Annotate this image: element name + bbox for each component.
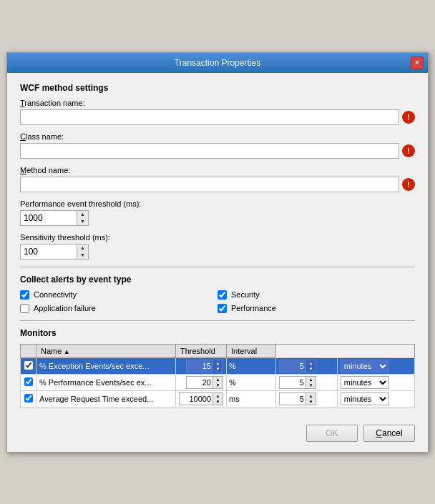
row1-interval-unit-cell: minutes seconds hours xyxy=(337,357,414,374)
row3-checkbox[interactable] xyxy=(24,394,33,402)
row2-threshold-spinner-btns: ▲ ▼ xyxy=(213,376,223,389)
close-button[interactable]: × xyxy=(411,56,424,69)
method-name-label: Method name: xyxy=(20,166,415,174)
sensitivity-down-btn[interactable]: ▼ xyxy=(77,252,88,259)
row3-threshold-up-btn[interactable]: ▲ xyxy=(213,393,223,399)
row2-interval-spinner-btns: ▲ ▼ xyxy=(306,376,316,389)
row3-interval-input[interactable] xyxy=(279,392,306,405)
window-title: Transaction Properties xyxy=(24,58,411,68)
th-interval: Interval xyxy=(227,344,276,357)
connectivity-checkbox-item: Connectivity xyxy=(20,290,218,300)
row2-interval-input[interactable] xyxy=(279,376,306,389)
divider-2 xyxy=(20,320,415,321)
row1-threshold-cell: ▲ ▼ xyxy=(176,357,227,374)
row1-threshold-up-btn[interactable]: ▲ xyxy=(213,360,223,366)
main-content: WCF method settings Transaction name: ! … xyxy=(7,73,428,417)
row1-interval-select[interactable]: minutes seconds hours xyxy=(341,360,389,372)
sensitivity-up-btn[interactable]: ▲ xyxy=(77,244,88,252)
transaction-name-row: ! xyxy=(20,109,415,125)
sensitivity-spinner: ▲ ▼ xyxy=(20,244,415,260)
perf-threshold-spinner: ▲ ▼ xyxy=(20,210,415,226)
row2-threshold-cell: ▲ ▼ xyxy=(176,374,227,390)
class-name-label: Class name: xyxy=(20,132,415,141)
row1-name: % Exception Events/sec exce... xyxy=(36,357,176,374)
security-checkbox[interactable] xyxy=(218,290,227,300)
ok-button[interactable]: OK xyxy=(306,425,358,442)
performance-checkbox[interactable] xyxy=(218,304,227,313)
row2-interval-spinner: ▲ ▼ xyxy=(279,376,316,389)
table-row: % Exception Events/sec exce... ▲ ▼ % xyxy=(21,357,415,374)
table-row: Average Request Time exceed... ▲ ▼ ms xyxy=(21,390,415,407)
sensitivity-input[interactable] xyxy=(20,244,77,260)
class-name-input[interactable] xyxy=(20,143,399,159)
row3-interval-select[interactable]: minutes seconds hours xyxy=(341,392,389,405)
transaction-name-error-icon: ! xyxy=(402,111,415,124)
title-bar: Transaction Properties × xyxy=(7,53,428,73)
th-name: Name xyxy=(36,344,176,357)
row3-threshold-input[interactable] xyxy=(179,392,213,405)
row3-interval-spinner: ▲ ▼ xyxy=(279,392,316,405)
row1-checkbox[interactable] xyxy=(24,361,33,370)
sensitivity-label: Sensitivity threshold (ms): xyxy=(20,233,415,242)
row1-interval-spinner-btns: ▲ ▼ xyxy=(306,360,316,372)
row1-interval-down-btn[interactable]: ▼ xyxy=(306,366,316,372)
row2-name: % Performance Events/sec ex... xyxy=(36,374,176,390)
row2-interval-select[interactable]: minutes seconds hours xyxy=(341,376,389,389)
monitors-section-title: Monitors xyxy=(20,328,415,338)
wcf-section: WCF method settings Transaction name: ! … xyxy=(20,83,415,260)
row2-unit: % xyxy=(227,374,276,390)
row2-interval-unit-cell: minutes seconds hours xyxy=(337,374,414,390)
perf-threshold-down-btn[interactable]: ▼ xyxy=(77,218,88,225)
row2-threshold-input[interactable] xyxy=(186,376,213,389)
class-name-row: ! xyxy=(20,143,415,159)
row1-threshold-down-btn[interactable]: ▼ xyxy=(213,366,223,372)
perf-threshold-input[interactable] xyxy=(20,210,77,226)
row3-interval-down-btn[interactable]: ▼ xyxy=(306,399,316,405)
row2-interval-up-btn[interactable]: ▲ xyxy=(306,377,316,382)
sensitivity-spinner-buttons: ▲ ▼ xyxy=(77,244,89,260)
method-name-row: ! xyxy=(20,177,415,192)
collect-section: Collect alerts by event type Connectivit… xyxy=(20,275,415,313)
collect-section-title: Collect alerts by event type xyxy=(20,275,415,285)
row2-checkbox-cell xyxy=(21,374,36,390)
performance-checkbox-item: Performance xyxy=(218,304,415,313)
th-checkbox xyxy=(21,344,36,357)
row3-checkbox-cell xyxy=(21,390,36,407)
row3-threshold-spinner: ▲ ▼ xyxy=(179,392,223,405)
app-failure-checkbox[interactable] xyxy=(20,304,29,313)
row2-threshold-up-btn[interactable]: ▲ xyxy=(213,377,223,382)
row1-interval-spinner: ▲ ▼ xyxy=(279,360,316,372)
connectivity-label: Connectivity xyxy=(34,290,77,299)
row2-interval-down-btn[interactable]: ▼ xyxy=(306,382,316,388)
row3-name: Average Request Time exceed... xyxy=(36,390,176,407)
row1-interval-cell: ▲ ▼ xyxy=(275,357,337,374)
row1-interval-up-btn[interactable]: ▲ xyxy=(306,360,316,366)
monitors-table-header-row: Name Threshold Interval xyxy=(21,344,415,357)
row2-threshold-down-btn[interactable]: ▼ xyxy=(213,382,223,388)
monitors-table: Name Threshold Interval % Exception Even… xyxy=(20,344,415,407)
cancel-button[interactable]: Cancel xyxy=(363,425,415,442)
row1-checkbox-cell xyxy=(21,357,36,374)
transaction-name-input[interactable] xyxy=(20,109,399,125)
collect-checkboxes-grid: Connectivity Security Application failur… xyxy=(20,290,415,313)
connectivity-checkbox[interactable] xyxy=(20,290,29,300)
method-name-input[interactable] xyxy=(20,177,399,192)
transaction-name-label: Transaction name: xyxy=(20,99,415,107)
row3-threshold-spinner-btns: ▲ ▼ xyxy=(213,392,223,405)
table-row: % Performance Events/sec ex... ▲ ▼ % xyxy=(21,374,415,390)
security-label: Security xyxy=(231,290,260,299)
divider-1 xyxy=(20,267,415,267)
transaction-properties-window: Transaction Properties × WCF method sett… xyxy=(6,52,429,453)
row1-threshold-input[interactable] xyxy=(186,360,213,372)
row3-unit: ms xyxy=(227,390,276,407)
perf-threshold-up-btn[interactable]: ▲ xyxy=(77,211,88,218)
monitors-section: Monitors Name Threshold Interval xyxy=(20,328,415,407)
row1-interval-input[interactable] xyxy=(279,360,306,372)
row1-threshold-spinner: ▲ ▼ xyxy=(186,360,223,372)
footer: OK Cancel xyxy=(7,417,428,452)
monitors-table-body: % Exception Events/sec exce... ▲ ▼ % xyxy=(21,357,415,407)
row3-threshold-cell: ▲ ▼ xyxy=(176,390,227,407)
row3-interval-up-btn[interactable]: ▲ xyxy=(306,393,316,399)
row2-checkbox[interactable] xyxy=(24,377,33,386)
row3-threshold-down-btn[interactable]: ▼ xyxy=(213,399,223,405)
